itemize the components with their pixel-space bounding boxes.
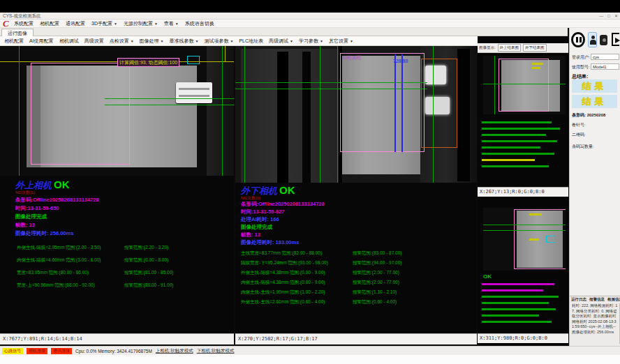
overlay-blue-line bbox=[394, 54, 396, 152]
camera-panel-lower[interactable]: AI检测框 728.80 外下相机OK NG次数(0) 条形码:Offline2… bbox=[235, 46, 477, 333]
connector-stripe bbox=[179, 95, 209, 97]
thumbnail-result-ok: OK bbox=[483, 273, 492, 280]
upper-result-thumbnail[interactable] bbox=[483, 56, 566, 114]
menu-item[interactable]: 系统配置▼ bbox=[14, 20, 34, 27]
dropdown-arrow-icon: ▼ bbox=[320, 39, 323, 43]
overlay-yellow-mark bbox=[532, 63, 543, 65]
measurement-row: 宽度=83.05mm 范围:(80.00 - 86.00)报警范围:(81.00… bbox=[17, 270, 234, 276]
threshold-overlay-label: 计算阈值:93, 动态阈值:100 bbox=[117, 58, 179, 67]
toolbar-button-label: 高级设置 bbox=[84, 38, 104, 45]
dropdown-arrow-icon: ▼ bbox=[350, 39, 353, 43]
micro-text-line bbox=[482, 153, 554, 155]
tab-run-log[interactable]: 运行日志 bbox=[571, 297, 586, 302]
pause-button[interactable] bbox=[571, 32, 585, 47]
toolbar-button[interactable]: 高级设置▼ bbox=[84, 38, 104, 45]
toolbar-button[interactable]: 高级调试▼ bbox=[269, 38, 293, 45]
tab-alarm-info[interactable]: 报警信息 bbox=[589, 297, 605, 302]
ng-count: NG次数(1) bbox=[15, 190, 35, 196]
tab-upper-result-image[interactable]: 外上结果图 bbox=[498, 44, 522, 52]
menu-item[interactable]: 通讯配置▼ bbox=[66, 20, 85, 27]
overlay-blue-line bbox=[401, 54, 403, 152]
measurement-value: 宽度=83.05mm 范围:(80.00 - 86.00) bbox=[17, 270, 124, 276]
measurement-row: 内侧主线-隔膜=4.38mm 范围:(0.00 - 9.00)报警范围:(2.0… bbox=[241, 280, 477, 286]
log-text: 耗时: 222, 网络检测耗时: 17, 网络分类耗时: 0, 网络提取分区耗时… bbox=[570, 303, 620, 335]
menu-items: 系统配置▼ 相机配置▼ 通讯配置▼ 3D手配置▼ 光源控制配置▼ 查看▼ 系统语… bbox=[14, 20, 214, 28]
toolbar-button-label: 相机调试 bbox=[59, 38, 79, 45]
maximize-button[interactable]: □ bbox=[607, 13, 610, 20]
model-field[interactable]: Model1 bbox=[591, 63, 619, 70]
lower-camera-image: AI检测框 728.80 bbox=[235, 46, 477, 183]
toolbar-button[interactable]: 测试项参数▼ bbox=[204, 38, 233, 45]
toolbar-button[interactable]: 相机调试▼ bbox=[59, 38, 79, 45]
upper-panel-statusbar: X:7677;Y:891;R:14;G:14;B:14 bbox=[0, 333, 234, 344]
process-time-line: 图像处理耗时: 183.00ms bbox=[241, 239, 299, 246]
camera-name: 外上相机 bbox=[15, 180, 52, 190]
tab-detect-info[interactable]: 检测信息 bbox=[607, 297, 620, 302]
toolbar-button-label: 点检设置 bbox=[110, 38, 129, 45]
toolbar-button-label: 学习参数 bbox=[299, 38, 318, 45]
toolbar-button[interactable]: AI使用配置▼ bbox=[29, 38, 54, 45]
menu-item-label: 系统语言切换 bbox=[185, 20, 214, 27]
measurement-row: 内侧主线-隔膜=4.60mm 范围:(3.00 - 6.00)报警范围:(0.0… bbox=[17, 257, 234, 264]
tab-lower-result-image[interactable]: 外下结果图 bbox=[523, 44, 547, 52]
lower-thumbnail-statusbar: X:311;Y:980;R:0;G:0;B:0 bbox=[478, 333, 568, 343]
toolbar-button-label: 高级调试 bbox=[269, 38, 288, 45]
menu-item[interactable]: 相机配置▼ bbox=[40, 20, 59, 27]
alarm-range: 报警范围:(1.10 - 2.10) bbox=[353, 289, 397, 296]
barcode-line: 条形码:Offline20250208133134728 bbox=[241, 201, 325, 208]
measurement-list: 外侧主线-隔膜=2.95mm 范围:(2.00 - 3.50)报警范围:(2.2… bbox=[17, 245, 234, 295]
thumbnail-header-label: 图像显示: bbox=[479, 45, 496, 50]
micro-text-line bbox=[482, 121, 552, 123]
dropdown-arrow-icon: ▼ bbox=[290, 39, 293, 43]
camera-name: 外下相机 bbox=[241, 185, 277, 196]
user-button[interactable] bbox=[588, 32, 597, 47]
toolbar-button[interactable]: 学习参数▼ bbox=[299, 38, 323, 45]
result-ok: OK bbox=[279, 184, 295, 196]
camera-panel-upper[interactable]: 计算阈值:93, 动态阈值:100 外上相机OK NG次数(1) 条形码:Off… bbox=[0, 46, 234, 333]
login-user-field[interactable]: cys bbox=[591, 54, 619, 60]
toolbar-button[interactable]: 基准线参数▼ bbox=[170, 38, 199, 45]
top-camera-mode-link[interactable]: 上相机:软触发模式 bbox=[156, 348, 193, 354]
result-box-upper-text: 结果 bbox=[582, 81, 607, 91]
bottom-camera-mode-link[interactable]: 下相机:软触发模式 bbox=[197, 348, 235, 354]
measurement-row: 宽度-上=90.56mm 范围:(88.00 - 92.00)报警范围:(89.… bbox=[17, 282, 234, 289]
device-button[interactable] bbox=[600, 35, 607, 45]
menu-item[interactable]: 系统语言切换▼ bbox=[185, 20, 214, 27]
menu-item[interactable]: 光源控制配置▼ bbox=[124, 20, 158, 27]
menu-item[interactable]: 查看▼ bbox=[164, 20, 179, 27]
measurement-row: 隔膜宽度-下=95.24mm 范围:(93.00 - 98.00)报警范围:(9… bbox=[241, 260, 477, 266]
log-area[interactable]: 运行日志 报警信息 检测信息 耗时: 222, 网络检测耗时: 17, 网络分类… bbox=[570, 296, 620, 346]
barcode-value: 20250208 bbox=[587, 113, 606, 117]
toolbar-button[interactable]: 图像处理▼ bbox=[140, 38, 164, 45]
overlay-green-line bbox=[19, 46, 20, 176]
overlay-roi-box bbox=[31, 63, 130, 165]
minimize-button[interactable]: — bbox=[599, 13, 603, 20]
close-button[interactable]: ✕ bbox=[614, 13, 618, 20]
device-icon bbox=[603, 38, 606, 42]
app-window: CYS-视觉检测系统 — □ ✕ C 系统配置▼ 相机配置▼ 通讯配置▼ 3D手… bbox=[0, 0, 620, 364]
toolbar-button-label: AI使用配置 bbox=[29, 38, 54, 45]
titlebar[interactable]: CYS-视觉检测系统 — □ ✕ bbox=[0, 13, 620, 20]
toolbar-button[interactable]: PLC地址表▼ bbox=[239, 38, 263, 45]
micro-text-line bbox=[482, 302, 549, 304]
menubar: C 系统配置▼ 相机配置▼ 通讯配置▼ 3D手配置▼ 光源控制配置▼ 查看▼ 系… bbox=[0, 20, 620, 28]
micro-text-line bbox=[482, 308, 556, 310]
ai-time-line: 处理AI耗时: 166 bbox=[241, 216, 279, 223]
toolbar-button[interactable]: 相机配置▼ bbox=[4, 38, 24, 45]
write-count-label: 条码写数量: bbox=[572, 144, 594, 150]
process-done-line: 图像处理完成 bbox=[15, 213, 47, 220]
micro-text-line bbox=[482, 146, 540, 149]
measurement-list: 主线宽度=83.77mm 范围:(82.00 - 88.00)报警范围:(83.… bbox=[241, 250, 477, 309]
user-icon bbox=[591, 36, 595, 39]
alarm-range: 报警范围:(89.00 - 91.00) bbox=[124, 282, 173, 289]
overlay-ai-roi-box bbox=[340, 53, 425, 152]
micro-text-line bbox=[482, 140, 557, 142]
exit-button[interactable] bbox=[610, 33, 620, 47]
result-box-lower: 结果 bbox=[572, 95, 617, 108]
tab-run-image[interactable]: 运行图像 bbox=[1, 29, 34, 36]
toolbar-button[interactable]: 其它设置▼ bbox=[329, 38, 353, 45]
menu-item[interactable]: 3D手配置▼ bbox=[91, 20, 117, 27]
upper-thumbnail-statusbar: X:267;Y:13;R:0;G:0;B:0 bbox=[478, 187, 568, 197]
lower-result-thumbnail[interactable] bbox=[483, 208, 566, 271]
toolbar-button[interactable]: 点检设置▼ bbox=[110, 38, 134, 45]
